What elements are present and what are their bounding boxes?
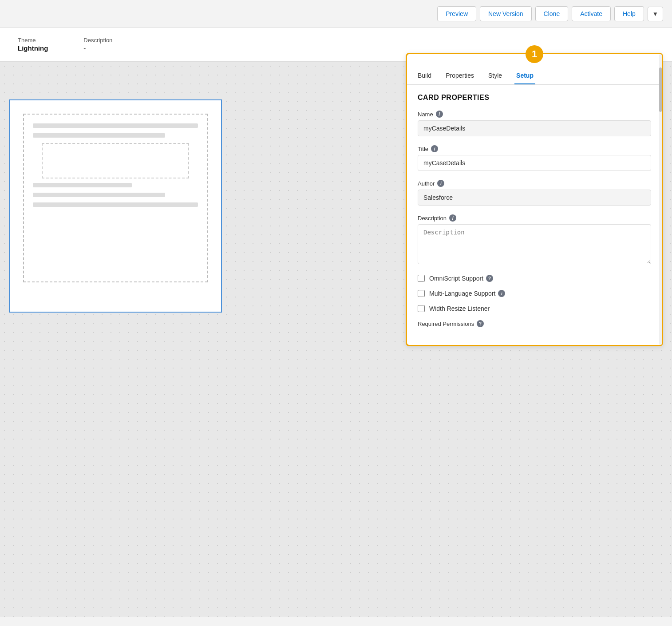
required-permissions-group: Required Permissions ? — [418, 320, 651, 327]
name-form-group: Name i — [418, 111, 651, 136]
right-panel: 1 Build Properties Style Setup CARD PROP… — [406, 53, 663, 346]
author-label: Author i — [418, 180, 651, 187]
card-line-5 — [33, 202, 198, 207]
clone-button[interactable]: Clone — [535, 6, 569, 21]
title-form-group: Title i — [418, 145, 651, 171]
omniscript-label: OmniScript Support ? — [429, 275, 493, 282]
tab-properties[interactable]: Properties — [444, 67, 476, 84]
multilang-info-icon: i — [498, 290, 505, 297]
tab-build[interactable]: Build — [416, 67, 433, 84]
main-content: 1 Build Properties Style Setup CARD PROP… — [0, 62, 672, 617]
panel-content: CARD PROPERTIES Name i Title i — [407, 85, 662, 345]
canvas-selected-box — [9, 99, 222, 313]
card-line-1 — [33, 123, 198, 128]
scrollbar-track[interactable] — [659, 54, 662, 345]
author-info-icon: i — [437, 180, 444, 187]
new-version-button[interactable]: New Version — [480, 6, 532, 21]
description-meta: Description - — [83, 37, 112, 52]
theme-meta: Theme Lightning — [18, 37, 48, 52]
canvas-inner-card — [23, 114, 208, 282]
theme-label: Theme — [18, 37, 48, 44]
card-lines — [24, 115, 207, 221]
card-line-4 — [33, 193, 165, 197]
description-label: Description — [83, 37, 112, 44]
description-info-icon: i — [449, 214, 456, 222]
toolbar: Preview New Version Clone Activate Help … — [0, 0, 672, 28]
name-label: Name i — [418, 111, 651, 118]
multilang-checkbox-group: Multi-Language Support i — [418, 290, 651, 297]
help-button[interactable]: Help — [614, 6, 644, 21]
widthresize-checkbox-group: Width Resize Listener — [418, 305, 651, 312]
widthresize-checkbox[interactable] — [418, 305, 425, 312]
tab-setup[interactable]: Setup — [514, 67, 535, 84]
omniscript-question-icon: ? — [486, 275, 493, 282]
panel-title: CARD PROPERTIES — [418, 94, 651, 102]
author-form-group: Author i — [418, 180, 651, 206]
tab-style[interactable]: Style — [486, 67, 504, 84]
omniscript-checkbox-group: OmniScript Support ? — [418, 275, 651, 282]
title-label: Title i — [418, 145, 651, 152]
description-textarea[interactable] — [418, 224, 651, 264]
widthresize-label: Width Resize Listener — [429, 305, 490, 312]
omniscript-checkbox[interactable] — [418, 275, 425, 282]
required-permissions-question-icon: ? — [477, 320, 484, 327]
author-input[interactable] — [418, 190, 651, 206]
description-form-group: Description i — [418, 214, 651, 266]
scrollbar-thumb — [659, 67, 662, 112]
theme-value: Lightning — [18, 44, 48, 52]
multilang-label: Multi-Language Support i — [429, 290, 505, 297]
preview-button[interactable]: Preview — [437, 6, 476, 21]
card-line-3 — [33, 183, 132, 187]
multilang-checkbox[interactable] — [418, 290, 425, 297]
title-info-icon: i — [431, 145, 438, 152]
name-info-icon: i — [436, 111, 443, 118]
card-inner-dashed — [42, 143, 189, 178]
description-value: - — [83, 44, 86, 52]
activate-button[interactable]: Activate — [572, 6, 611, 21]
more-actions-button[interactable]: ▼ — [648, 7, 663, 21]
card-line-2 — [33, 133, 165, 138]
description-field-label: Description i — [418, 214, 651, 222]
step-badge: 1 — [526, 45, 543, 63]
name-input[interactable] — [418, 120, 651, 136]
title-input[interactable] — [418, 155, 651, 171]
required-permissions-label: Required Permissions ? — [418, 320, 651, 327]
